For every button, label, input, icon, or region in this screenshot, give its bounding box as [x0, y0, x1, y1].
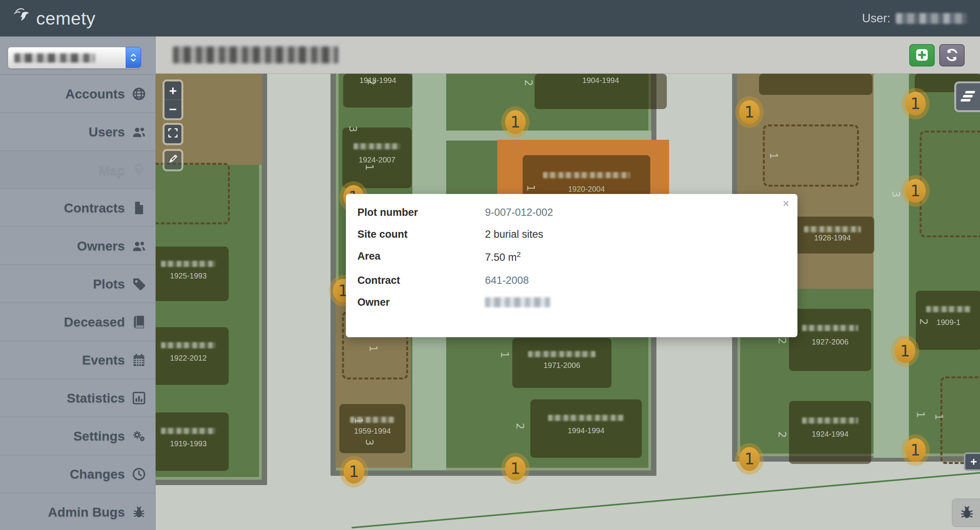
sidebar: AccountsUsersMapContractsOwnersPlotsDece… [0, 36, 156, 530]
grave-plot[interactable]: 1918-1994 [343, 74, 412, 108]
site-number: 1 [915, 411, 927, 418]
plot-count-marker[interactable]: 1 [505, 110, 526, 134]
deceased-dates: 1918-1994 [343, 76, 412, 85]
sidebar-item-contracts[interactable]: Contracts [0, 189, 155, 227]
app-logo[interactable]: cemety [13, 8, 96, 29]
site-count-value: 2 burial sites [485, 229, 543, 244]
sidebar-item-map[interactable]: Map [0, 151, 155, 189]
walkway [874, 74, 909, 458]
vacant-plot[interactable] [920, 131, 980, 237]
deceased-name-blurred [802, 417, 858, 424]
deceased-dates: 1927-2006 [789, 338, 871, 346]
layers-button[interactable] [954, 81, 980, 112]
grave-plot[interactable]: 1994-1994 [530, 399, 642, 458]
bird-logo-icon [13, 7, 35, 26]
contract-label: Contract [357, 275, 485, 290]
deceased-dates: 1928-1994 [791, 234, 874, 242]
site-number: 1 [367, 345, 379, 352]
sidebar-item-plots[interactable]: Plots [0, 265, 155, 303]
site-number: 3 [364, 439, 375, 446]
deceased-dates: 1919-1993 [156, 439, 229, 448]
plot-count-marker[interactable]: 1 [905, 92, 926, 116]
deceased-name-blurred [161, 428, 216, 434]
report-bug-button[interactable] [952, 499, 980, 527]
sidebar-item-admin-bugs[interactable]: Admin Bugs [0, 493, 155, 530]
sidebar-item-changes[interactable]: Changes [0, 455, 155, 493]
draw-button[interactable] [164, 151, 181, 169]
grave-plot[interactable]: 1925-1993 [156, 247, 229, 301]
contract-value[interactable]: 641-2008 [485, 275, 529, 290]
sidebar-item-accounts[interactable]: Accounts [0, 75, 155, 113]
grave-plot[interactable]: 1904-1994 [535, 74, 667, 109]
sidebar-item-label: Events [82, 353, 125, 368]
close-icon[interactable]: × [783, 198, 789, 210]
walkway [446, 131, 651, 141]
sidebar-item-label: Statistics [67, 391, 125, 406]
add-button[interactable] [909, 44, 935, 66]
plot-number-value[interactable]: 9-007-012-002 [485, 207, 553, 222]
user-info[interactable]: User: [862, 12, 967, 25]
grave-plot[interactable]: 1928-1994 [791, 217, 874, 253]
map-add-button[interactable]: + [964, 452, 980, 471]
grave-plot[interactable]: 1922-2012 [156, 327, 229, 385]
sidebar-item-users[interactable]: Users [0, 113, 155, 151]
user-name-blurred [896, 13, 967, 24]
site-number: 3 [347, 126, 359, 132]
grave-plot[interactable]: 1927-2006 [789, 309, 871, 371]
plot-count-marker[interactable]: 1 [344, 460, 364, 484]
deceased-name-blurred [528, 351, 595, 357]
sidebar-item-label: Contracts [64, 200, 125, 215]
plot-count-marker[interactable]: 1 [739, 100, 760, 124]
deceased-name-blurred [354, 143, 400, 149]
deceased-name-blurred [926, 306, 971, 312]
select-chevrons-icon[interactable] [126, 47, 141, 68]
plot-count-marker[interactable]: 1 [505, 457, 526, 480]
grave-plot[interactable]: 1924-1994 [789, 401, 871, 464]
vacant-plot[interactable] [940, 376, 980, 464]
plot-number-label: Plot number [357, 207, 485, 222]
sidebar-item-statistics[interactable]: Statistics [0, 379, 155, 417]
grave-plot[interactable]: 1971-2006 [512, 338, 611, 388]
grave-plot[interactable]: 1924-2007 [342, 128, 412, 188]
site-number: 2 [514, 423, 526, 429]
deceased-name-blurred [543, 172, 630, 178]
zoom-in-button[interactable]: + [164, 81, 181, 100]
sidebar-item-settings[interactable]: Settings [0, 417, 155, 455]
users-icon [132, 125, 146, 139]
site-number: 1 [768, 152, 780, 159]
cemetery-map[interactable]: 1925-19931922-20121919-19931918-19941924… [156, 74, 980, 530]
refresh-button[interactable] [939, 44, 965, 66]
users-icon [132, 239, 146, 253]
plus-square-icon [914, 47, 930, 64]
deceased-dates: 1924-1994 [789, 430, 871, 439]
user-label: User: [862, 12, 890, 25]
refresh-icon [944, 47, 960, 64]
site-number: 2 [776, 338, 788, 344]
deceased-name-blurred [161, 261, 216, 267]
grave-plot[interactable]: 1959-1994 [339, 404, 405, 453]
plot-count-marker[interactable]: 1 [905, 438, 926, 462]
plot-count-marker[interactable]: 1 [739, 447, 760, 471]
owner-value-blurred[interactable] [485, 296, 550, 312]
cemetery-select-value-blurred [14, 53, 95, 63]
sidebar-item-owners[interactable]: Owners [0, 227, 155, 265]
boundary-line [352, 470, 980, 528]
expand-icon [167, 127, 179, 141]
globe-icon [132, 87, 146, 101]
vacant-plot[interactable] [156, 163, 230, 224]
cemetery-select[interactable] [8, 47, 141, 69]
grave-plot[interactable]: 1919-1993 [156, 412, 229, 471]
fit-extent-button[interactable] [164, 125, 181, 143]
sidebar-item-deceased[interactable]: Deceased [0, 303, 155, 341]
deceased-dates: 1925-1993 [156, 272, 229, 280]
zoom-controls: + − [163, 80, 183, 120]
plot-count-marker[interactable]: 1 [905, 179, 926, 203]
grave-plot[interactable] [759, 74, 872, 95]
tag-icon [132, 277, 146, 291]
sidebar-item-events[interactable]: Events [0, 341, 155, 379]
zoom-out-button[interactable]: − [164, 100, 181, 118]
plot-count-marker[interactable]: 1 [895, 339, 915, 363]
deceased-dates: 1959-1994 [339, 427, 405, 436]
deceased-dates: 1971-2006 [512, 361, 611, 370]
site-number: 1 [525, 185, 537, 191]
